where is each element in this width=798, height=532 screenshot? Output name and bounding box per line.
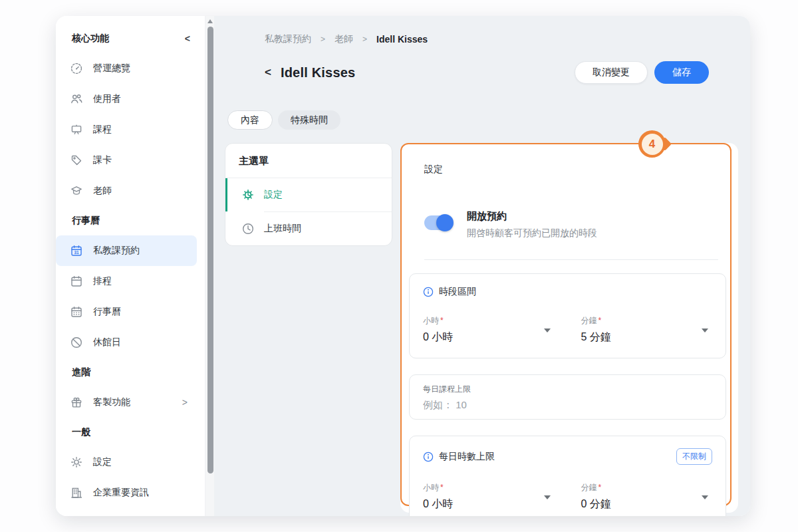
sidebar-item-classes[interactable]: 課程 <box>56 114 197 145</box>
unlimited-badge[interactable]: 不限制 <box>676 448 712 465</box>
menu-item-label: 設定 <box>264 189 283 201</box>
info-icon[interactable] <box>423 287 434 297</box>
sidebar-item-scheduling[interactable]: 排程 <box>56 266 197 297</box>
hour-value: 0 小時 <box>423 331 453 344</box>
chevron-right-icon: > <box>182 397 188 408</box>
sidebar-section-advanced: 進階 <box>56 358 205 387</box>
daily-class-limit-section: 每日課程上限 <box>409 374 726 420</box>
main-menu-title: 主選單 <box>225 144 392 178</box>
daily-hours-minute-select[interactable]: 分鐘* 0 分鐘 <box>581 481 713 511</box>
sidebar-section-title: 核心功能 <box>72 33 109 45</box>
breadcrumb-item[interactable]: 私教課預約 <box>265 33 311 45</box>
required-mark: * <box>598 316 602 325</box>
tab-special-hours[interactable]: 特殊時間 <box>278 110 340 130</box>
breadcrumb-current: Idell Kisses <box>376 34 428 45</box>
app-window: 核心功能 < 營運總覽 使用者 課程 <box>56 16 750 516</box>
menu-item-label: 上班時間 <box>264 223 301 235</box>
sidebar-item-label: 休館日 <box>93 336 121 348</box>
tag-icon <box>70 154 83 167</box>
svg-text:31: 31 <box>74 250 79 255</box>
sidebar-item-company-info[interactable]: 企業重要資訊 <box>56 477 197 508</box>
menu-item-working-hours[interactable]: 上班時間 <box>225 212 392 245</box>
scrollbar-up-arrow-icon[interactable] <box>207 19 213 23</box>
sidebar-section-title: 一般 <box>72 426 90 438</box>
daily-hours-limit-section: 每日時數上限 不限制 小時* 0 小時 <box>409 436 726 516</box>
graduation-icon <box>70 184 83 198</box>
building-icon <box>70 486 83 499</box>
tabs: 內容 特殊時間 <box>227 110 738 130</box>
sidebar-section-title: 進階 <box>72 366 90 378</box>
page-header: < Idell Kisses 取消變更 儲存 <box>265 61 709 84</box>
breadcrumb-item[interactable]: 老師 <box>334 33 353 45</box>
sidebar-item-label: 使用者 <box>93 93 121 105</box>
sidebar-section-title: 行事曆 <box>72 215 100 227</box>
toggle-knob <box>436 214 454 231</box>
daily-class-limit-label: 每日課程上限 <box>423 384 712 395</box>
minute-value: 5 分鐘 <box>581 331 611 344</box>
easel-icon <box>70 123 83 136</box>
open-booking-label: 開放預約 <box>467 210 597 223</box>
sidebar-item-passes[interactable]: 課卡 <box>56 145 197 176</box>
sidebar-item-settings[interactable]: 設定 <box>56 447 197 477</box>
caret-down-icon <box>544 495 551 499</box>
sidebar-scrollbar[interactable] <box>205 16 214 516</box>
interval-label: 時段區間 <box>439 286 476 298</box>
gift-icon <box>70 396 83 409</box>
chevron-right-icon: > <box>321 35 325 44</box>
interval-hour-select[interactable]: 小時* 0 小時 <box>423 314 555 344</box>
hour-label: 小時 <box>423 483 439 492</box>
caret-down-icon <box>544 329 551 332</box>
sidebar-section-core: 核心功能 < <box>56 24 205 53</box>
tab-content[interactable]: 內容 <box>227 110 273 130</box>
no-entry-icon <box>70 336 83 349</box>
required-mark: * <box>440 316 444 325</box>
calendar-dots-icon <box>70 305 83 319</box>
required-mark: * <box>440 483 444 492</box>
sidebar-item-calendar[interactable]: 行事曆 <box>56 297 197 327</box>
sidebar-section-calendar: 行事曆 <box>56 206 205 235</box>
minute-value: 0 分鐘 <box>581 497 611 511</box>
cancel-changes-button[interactable]: 取消變更 <box>575 61 648 84</box>
sidebar-item-label: 行事曆 <box>93 306 121 318</box>
sidebar-item-custom-features[interactable]: 客製功能 > <box>56 387 197 418</box>
main-content: 私教課預約 > 老師 > Idell Kisses < Idell Kisses… <box>214 16 750 516</box>
users-icon <box>70 92 83 106</box>
open-booking-description: 開啓時顧客可預約已開放的時段 <box>467 227 597 239</box>
sidebar: 核心功能 < 營運總覽 使用者 課程 <box>56 16 205 516</box>
sidebar-item-closed-days[interactable]: 休館日 <box>56 327 197 358</box>
settings-panel: 4 設定 開放預約 開啓時顧客可預約已開放的時段 <box>400 143 738 513</box>
sidebar-item-dashboard[interactable]: 營運總覽 <box>56 53 197 84</box>
sidebar-item-label: 營運總覽 <box>93 63 130 74</box>
save-button[interactable]: 儲存 <box>654 61 709 84</box>
sidebar-section-general: 一般 <box>56 418 205 447</box>
clock-icon <box>241 222 255 235</box>
menu-item-settings[interactable]: 設定 <box>225 178 392 211</box>
sidebar-item-teachers[interactable]: 老師 <box>56 176 197 206</box>
divider <box>424 259 718 260</box>
sidebar-item-label: 客製功能 <box>93 396 172 408</box>
interval-minute-select[interactable]: 分鐘* 5 分鐘 <box>581 314 713 344</box>
back-icon[interactable]: < <box>265 66 271 79</box>
main-menu-panel: 主選單 設定 上班時間 <box>225 143 392 246</box>
panel-title: 設定 <box>424 164 726 176</box>
sidebar-item-users[interactable]: 使用者 <box>56 84 197 114</box>
chevron-right-icon: > <box>362 35 367 44</box>
interval-section: 時段區間 小時* 0 小時 <box>409 273 726 358</box>
calendar-blank-icon <box>70 275 83 288</box>
sidebar-item-label: 課程 <box>93 124 112 136</box>
sidebar-item-private-booking[interactable]: 31 私教課預約 <box>56 235 197 266</box>
daily-class-limit-input[interactable] <box>423 399 712 410</box>
scrollbar-thumb[interactable] <box>207 27 213 473</box>
info-icon[interactable] <box>423 452 434 462</box>
daily-hours-hour-select[interactable]: 小時* 0 小時 <box>423 481 555 511</box>
minute-label: 分鐘 <box>581 483 597 492</box>
sidebar-item-label: 排程 <box>93 275 112 287</box>
sidebar-item-label: 企業重要資訊 <box>93 487 149 499</box>
hour-label: 小時 <box>423 316 439 325</box>
gear-icon <box>70 456 83 469</box>
tour-step-marker: 4 <box>638 130 666 158</box>
open-booking-toggle[interactable] <box>424 215 452 230</box>
dashboard-icon <box>70 62 83 75</box>
sidebar-collapse-icon[interactable]: < <box>185 33 190 44</box>
required-mark: * <box>598 483 602 492</box>
